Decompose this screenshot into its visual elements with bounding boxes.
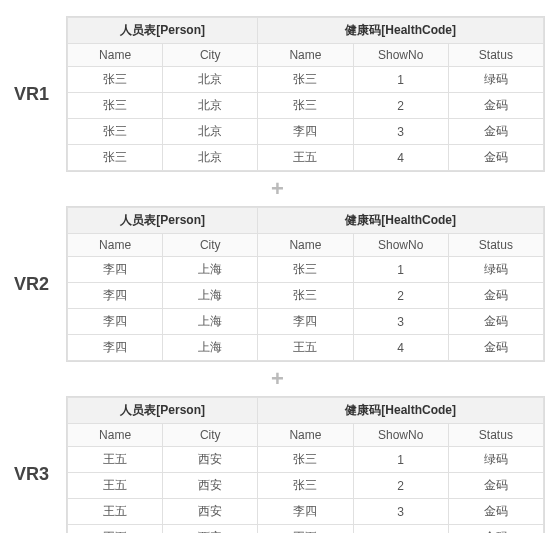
vr2-label: VR2	[10, 274, 66, 295]
cell: 4	[353, 525, 448, 534]
table-row: 李四上海李四3金码	[68, 309, 544, 335]
vr2-block: VR2 人员表[Person] 健康码[HealthCode] Name Cit…	[10, 206, 545, 362]
col-health-showno: ShowNo	[353, 424, 448, 447]
cell: 王五	[68, 525, 163, 534]
cell: 王五	[258, 145, 353, 171]
vr1-table: 人员表[Person] 健康码[HealthCode] Name City Na…	[67, 17, 544, 171]
cell: 西安	[163, 473, 258, 499]
person-group-header: 人员表[Person]	[68, 398, 258, 424]
col-health-name: Name	[258, 424, 353, 447]
cell: 3	[353, 499, 448, 525]
cell: 张三	[68, 119, 163, 145]
cell: 2	[353, 473, 448, 499]
cell: 4	[353, 145, 448, 171]
col-health-status: Status	[448, 44, 543, 67]
vr3-table: 人员表[Person] 健康码[HealthCode] Name City Na…	[67, 397, 544, 533]
cell: 金码	[448, 499, 543, 525]
health-group-header: 健康码[HealthCode]	[258, 398, 544, 424]
vr2-table: 人员表[Person] 健康码[HealthCode] Name City Na…	[67, 207, 544, 361]
col-health-name: Name	[258, 44, 353, 67]
table-row: 王五西安李四3金码	[68, 499, 544, 525]
cell: 张三	[68, 67, 163, 93]
cell: 张三	[258, 257, 353, 283]
col-health-status: Status	[448, 424, 543, 447]
table-row: 张三北京王五4金码	[68, 145, 544, 171]
cell: 张三	[68, 93, 163, 119]
table-row: 张三北京李四3金码	[68, 119, 544, 145]
col-health-showno: ShowNo	[353, 44, 448, 67]
cell: 金码	[448, 145, 543, 171]
col-person-city: City	[163, 424, 258, 447]
vr1-label: VR1	[10, 84, 66, 105]
cell: 王五	[68, 447, 163, 473]
col-person-name: Name	[68, 234, 163, 257]
cell: 1	[353, 257, 448, 283]
group-header-row: 人员表[Person] 健康码[HealthCode]	[68, 208, 544, 234]
cell: 张三	[258, 447, 353, 473]
cell: 李四	[258, 499, 353, 525]
column-header-row: Name City Name ShowNo Status	[68, 234, 544, 257]
group-header-row: 人员表[Person] 健康码[HealthCode]	[68, 398, 544, 424]
cell: 张三	[68, 145, 163, 171]
person-group-header: 人员表[Person]	[68, 208, 258, 234]
table-row: 李四上海王五4金码	[68, 335, 544, 361]
cell: 4	[353, 335, 448, 361]
cell: 金码	[448, 335, 543, 361]
table-row: 李四上海张三1绿码	[68, 257, 544, 283]
cell: 北京	[163, 119, 258, 145]
cell: 金码	[448, 473, 543, 499]
group-header-row: 人员表[Person] 健康码[HealthCode]	[68, 18, 544, 44]
cell: 张三	[258, 473, 353, 499]
cell: 上海	[163, 283, 258, 309]
vr1-table-wrap: 人员表[Person] 健康码[HealthCode] Name City Na…	[66, 16, 545, 172]
plus-separator: +	[10, 178, 545, 200]
table-row: 张三北京张三1绿码	[68, 67, 544, 93]
cell: 北京	[163, 145, 258, 171]
cell: 1	[353, 67, 448, 93]
cell: 王五	[258, 335, 353, 361]
cell: 西安	[163, 499, 258, 525]
table-row: 王五西安张三2金码	[68, 473, 544, 499]
vr3-block: VR3 人员表[Person] 健康码[HealthCode] Name Cit…	[10, 396, 545, 533]
person-group-header: 人员表[Person]	[68, 18, 258, 44]
table-row: 王五西安张三1绿码	[68, 447, 544, 473]
col-person-city: City	[163, 234, 258, 257]
cell: 1	[353, 447, 448, 473]
plus-icon: +	[271, 366, 284, 391]
cell: 张三	[258, 93, 353, 119]
cell: 北京	[163, 67, 258, 93]
cell: 李四	[68, 335, 163, 361]
column-header-row: Name City Name ShowNo Status	[68, 44, 544, 67]
table-row: 王五西安王五4金码	[68, 525, 544, 534]
col-health-showno: ShowNo	[353, 234, 448, 257]
cell: 李四	[258, 309, 353, 335]
health-group-header: 健康码[HealthCode]	[258, 18, 544, 44]
cell: 金码	[448, 283, 543, 309]
vr3-table-wrap: 人员表[Person] 健康码[HealthCode] Name City Na…	[66, 396, 545, 533]
cell: 金码	[448, 309, 543, 335]
cell: 金码	[448, 525, 543, 534]
cell: 王五	[68, 499, 163, 525]
col-health-name: Name	[258, 234, 353, 257]
cell: 绿码	[448, 257, 543, 283]
cell: 3	[353, 309, 448, 335]
health-group-header: 健康码[HealthCode]	[258, 208, 544, 234]
cell: 西安	[163, 525, 258, 534]
col-health-status: Status	[448, 234, 543, 257]
cell: 金码	[448, 119, 543, 145]
vr3-label: VR3	[10, 464, 66, 485]
cell: 王五	[258, 525, 353, 534]
column-header-row: Name City Name ShowNo Status	[68, 424, 544, 447]
col-person-city: City	[163, 44, 258, 67]
cell: 西安	[163, 447, 258, 473]
cell: 金码	[448, 93, 543, 119]
col-person-name: Name	[68, 424, 163, 447]
cell: 李四	[68, 257, 163, 283]
vr1-block: VR1 人员表[Person] 健康码[HealthCode] Name Cit…	[10, 16, 545, 172]
cell: 王五	[68, 473, 163, 499]
vr2-table-wrap: 人员表[Person] 健康码[HealthCode] Name City Na…	[66, 206, 545, 362]
cell: 李四	[68, 283, 163, 309]
cell: 2	[353, 93, 448, 119]
cell: 李四	[68, 309, 163, 335]
cell: 上海	[163, 309, 258, 335]
